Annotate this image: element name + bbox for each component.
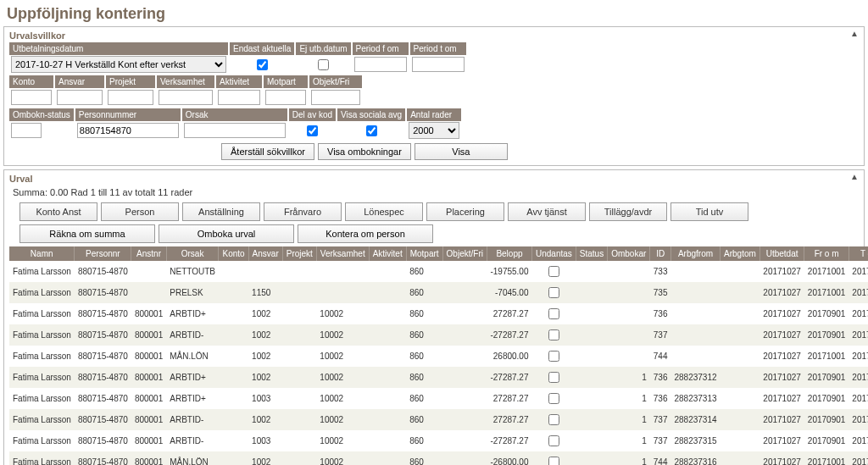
omboka-urval-button[interactable]: Omboka urval (159, 224, 294, 243)
label-konto: Konto (9, 75, 53, 88)
collapse-icon[interactable]: ▲ (850, 172, 859, 181)
undantas-checkbox[interactable] (548, 351, 559, 362)
undantas-checkbox[interactable] (548, 372, 559, 383)
col-projekt[interactable]: Projekt (282, 246, 316, 261)
col-arbgfrom[interactable]: Arbgfrom (670, 246, 720, 261)
visa-sociala-avg-checkbox[interactable] (366, 125, 377, 136)
tab-anst-llning[interactable]: Anställning (182, 202, 260, 221)
label-del-av-kod: Del av kod (289, 108, 336, 121)
col-objekt-fri[interactable]: Objekt/Fri (442, 246, 487, 261)
visa-ombokningar-button[interactable]: Visa ombokningar (318, 143, 411, 160)
label-projekt: Projekt (106, 75, 155, 88)
tab-l-nespec[interactable]: Lönespec (345, 202, 423, 221)
label-objekt-fri: Objekt/Fri (309, 75, 362, 88)
col-anstnr[interactable]: Anstnr (131, 246, 166, 261)
label-antal-rader: Antal rader (407, 108, 461, 121)
col-personnr[interactable]: Personnr (75, 246, 131, 261)
col-motpart[interactable]: Motpart (406, 246, 442, 261)
kontera-om-person-button[interactable]: Kontera om person (298, 224, 433, 243)
table-row[interactable]: Fatima Larsson880715-4870NETTOUTB860-197… (9, 261, 868, 282)
tab-till-gg-avdr[interactable]: Tillägg/avdr (589, 202, 667, 221)
ombokn-status-input[interactable] (11, 123, 42, 138)
antal-rader-select[interactable]: 2000 (409, 122, 459, 139)
undantas-checkbox[interactable] (548, 457, 559, 465)
col-fr-o-m[interactable]: Fr o m (804, 246, 849, 261)
table-row[interactable]: Fatima Larsson880715-4870800001ARBTID+10… (9, 303, 868, 324)
results-table: NamnPersonnrAnstnrOrsakKontoAnsvarProjek… (9, 246, 868, 465)
tab-fr-nvaro[interactable]: Frånvaro (264, 202, 342, 221)
tab-tid-utv[interactable]: Tid utv (670, 202, 748, 221)
ej-utb-datum-checkbox[interactable] (318, 59, 329, 70)
col-status[interactable]: Status (576, 246, 607, 261)
undantas-checkbox[interactable] (548, 414, 559, 425)
col-ombokar[interactable]: Ombokar (608, 246, 650, 261)
personnummer-input[interactable] (77, 123, 179, 138)
table-row[interactable]: Fatima Larsson880715-4870800001ARBTID-10… (9, 430, 868, 451)
label-ombokn-status: Ombokn-status (9, 108, 74, 121)
tab-person[interactable]: Person (101, 202, 179, 221)
urval-panel: ▲ Urval Summa: 0.00 Rad 1 till 11 av tot… (3, 169, 865, 465)
table-row[interactable]: Fatima Larsson880715-4870800001MÅN.LÖN10… (9, 346, 868, 367)
summary-text: Summa: 0.00 Rad 1 till 11 av totalt 11 r… (9, 185, 859, 199)
del-av-kod-checkbox[interactable] (307, 125, 318, 136)
ansvar-input[interactable] (57, 90, 103, 105)
undantas-checkbox[interactable] (548, 435, 559, 446)
period-f-om-input[interactable] (354, 57, 407, 72)
endast-aktuella-checkbox[interactable] (257, 59, 268, 70)
col-undantas[interactable]: Undantas (531, 246, 576, 261)
table-row[interactable]: Fatima Larsson880715-4870800001ARBTID-10… (9, 409, 868, 430)
table-row[interactable]: Fatima Larsson880715-4870800001ARBTID-10… (9, 324, 868, 346)
visa-button[interactable]: Visa (415, 143, 508, 160)
undantas-checkbox[interactable] (548, 393, 559, 404)
urvalsvillkor-title: Urvalsvillkor (9, 30, 859, 41)
label-verksamhet: Verksamhet (157, 75, 214, 88)
label-period-t-om: Period t om (410, 42, 466, 55)
page-title: Uppföljning kontering (3, 3, 865, 26)
col-arbgtom[interactable]: Arbgtom (721, 246, 760, 261)
label-orsak: Orsak (182, 108, 287, 121)
col-namn[interactable]: Namn (9, 246, 75, 261)
table-row[interactable]: Fatima Larsson880715-4870800001ARBTID+10… (9, 388, 868, 409)
table-row[interactable]: Fatima Larsson880715-4870800001ARBTID+10… (9, 367, 868, 388)
undantas-checkbox[interactable] (548, 266, 559, 277)
aktivitet-input[interactable] (218, 90, 260, 105)
label-aktivitet: Aktivitet (216, 75, 262, 88)
col-id[interactable]: ID (650, 246, 671, 261)
col-t-o-m[interactable]: T o m (849, 246, 868, 261)
label-visa-sociala-avg: Visa sociala avg (337, 108, 405, 121)
verksamhet-input[interactable] (159, 90, 213, 105)
col-ansvar[interactable]: Ansvar (248, 246, 282, 261)
table-row[interactable]: Fatima Larsson880715-4870PRELSK1150860-7… (9, 282, 868, 303)
col-verksamhet[interactable]: Verksamhet (316, 246, 369, 261)
label-ansvar: Ansvar (55, 75, 104, 88)
col-konto[interactable]: Konto (219, 246, 248, 261)
col-utbetdat[interactable]: Utbetdat (760, 246, 804, 261)
tab-placering[interactable]: Placering (426, 202, 504, 221)
label-motpart: Motpart (264, 75, 308, 88)
motpart-input[interactable] (265, 90, 306, 105)
label-endast-aktuella: Endast aktuella (230, 42, 294, 55)
urval-title: Urval (9, 174, 859, 184)
period-t-om-input[interactable] (412, 57, 465, 72)
col-belopp[interactable]: Belopp (487, 246, 531, 261)
tab-avv-tj-nst[interactable]: Avv tjänst (508, 202, 586, 221)
konto-input[interactable] (11, 90, 52, 105)
projekt-input[interactable] (108, 90, 153, 105)
undantas-checkbox[interactable] (548, 329, 559, 340)
aterstall-button[interactable]: Återställ sökvillkor (221, 143, 314, 160)
tab-konto-anst[interactable]: Konto Anst (19, 202, 97, 221)
label-utbetalningsdatum: Utbetalningsdatum (9, 42, 228, 55)
rakna-om-button[interactable]: Räkna om summa (19, 224, 155, 243)
col-orsak[interactable]: Orsak (166, 246, 219, 261)
undantas-checkbox[interactable] (548, 287, 559, 298)
utbetalningsdatum-select[interactable]: 2017-10-27 H Verkställd Kont efter verks… (11, 56, 226, 73)
undantas-checkbox[interactable] (548, 308, 559, 319)
objekt-fri-input[interactable] (311, 90, 360, 105)
col-aktivitet[interactable]: Aktivitet (369, 246, 406, 261)
label-personnummer: Personnummer (75, 108, 181, 121)
collapse-icon[interactable]: ▲ (850, 29, 859, 38)
orsak-input[interactable] (184, 123, 286, 138)
label-ej-utb-datum: Ej utb.datum (296, 42, 350, 55)
table-row[interactable]: Fatima Larsson880715-4870800001MÅN.LÖN10… (9, 451, 868, 465)
label-period-f-om: Period f om (353, 42, 409, 55)
